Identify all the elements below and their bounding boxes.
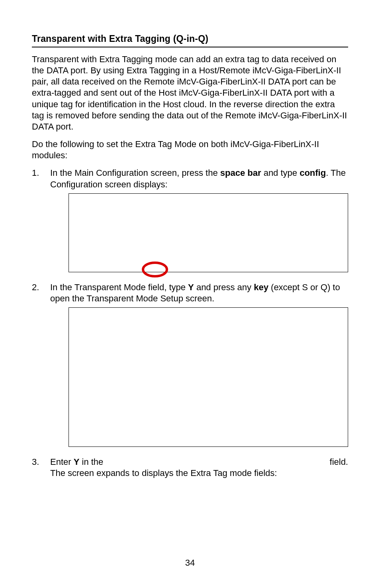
- intro-paragraph-1: Transparent with Extra Tagging mode can …: [32, 54, 348, 132]
- intro-paragraph-2: Do the following to set the Extra Tag Mo…: [32, 139, 348, 161]
- bold-text: Y: [188, 282, 194, 292]
- step-1: 1. In the Main Configuration screen, pre…: [32, 167, 348, 277]
- text: in the: [79, 457, 103, 467]
- text: In the Main Configuration screen, press …: [50, 168, 220, 178]
- heading-rule: [32, 47, 348, 47]
- text: In the Transparent Mode field, type: [50, 282, 188, 292]
- section-heading: Transparent with Extra Tagging (Q-in-Q): [32, 33, 348, 44]
- bold-text: Y: [74, 457, 80, 467]
- step-number: 1.: [32, 167, 50, 179]
- steps-list: 1. In the Main Configuration screen, pre…: [32, 167, 348, 479]
- step-3-line1-right: field.: [330, 456, 348, 468]
- step-number: 2.: [32, 282, 50, 293]
- page-number: 34: [0, 558, 380, 568]
- step-3-line1-left: Enter Y in the: [50, 456, 103, 468]
- config-screen-placeholder: [69, 193, 348, 272]
- svg-point-0: [143, 263, 167, 276]
- bold-text: space bar: [220, 168, 261, 178]
- step-3-content: Enter Y in the field. The screen expands…: [50, 456, 348, 479]
- step-2-text: In the Transparent Mode field, type Y an…: [50, 282, 340, 303]
- text: and press any: [194, 282, 254, 292]
- text: and type: [261, 168, 300, 178]
- step-2-content: In the Transparent Mode field, type Y an…: [50, 282, 348, 452]
- step-number: 3.: [32, 456, 50, 468]
- step-2: 2. In the Transparent Mode field, type Y…: [32, 282, 348, 452]
- bold-text: key: [254, 282, 268, 292]
- step-1-content: In the Main Configuration screen, press …: [50, 167, 348, 277]
- text: Enter: [50, 457, 74, 467]
- red-oval-annotation-icon: [141, 261, 169, 278]
- step-3-line2: The screen expands to displays the Extra…: [50, 468, 348, 479]
- bold-text: config: [300, 168, 326, 178]
- step-3: 3. Enter Y in the field. The screen expa…: [32, 456, 348, 479]
- transparent-mode-setup-placeholder: [69, 307, 348, 447]
- step-1-text: In the Main Configuration screen, press …: [50, 168, 346, 189]
